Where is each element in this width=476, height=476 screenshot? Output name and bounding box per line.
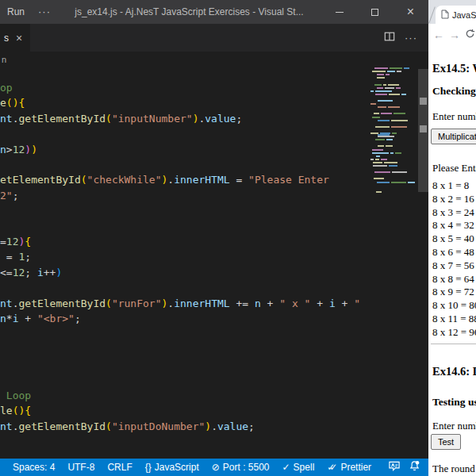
overview-ruler-mark: [420, 98, 427, 105]
mult-row: 8 x 9 = 72: [432, 286, 476, 299]
mult-row: 8 x 6 = 48: [432, 246, 476, 259]
mult-row: 8 x 12 = 96: [432, 326, 476, 340]
browser-window: JavaScript ← → Ex14.5: While Loop Checki…: [428, 0, 476, 476]
code-line: n>12)): [0, 142, 37, 157]
page-heading-ex146: Ex14.6: Do While Loop: [432, 365, 476, 378]
browser-toolbar: ← →: [428, 24, 476, 46]
bell-icon[interactable]: [409, 460, 420, 474]
mult-row: 8 x 1 = 8: [432, 179, 476, 193]
mult-row: 8 x 4 = 32: [432, 219, 476, 232]
page-heading-ex145: Ex14.5: While Loop: [432, 62, 476, 75]
code-line: e(){: [0, 95, 25, 110]
code-line: =12){: [0, 234, 31, 249]
split-editor-icon[interactable]: [384, 31, 395, 45]
code-line: le(){: [0, 403, 31, 418]
status-item-port-5500[interactable]: ⊘Port : 5500: [205, 459, 276, 476]
page-icon: [441, 8, 449, 22]
code-line: = 1;: [0, 249, 31, 264]
browser-tab-title: JavaScript: [452, 10, 476, 20]
page-subheading-checking: Checking number: [432, 85, 476, 98]
overview-ruler-mark: [420, 125, 427, 132]
menu-overflow[interactable]: ···: [32, 0, 57, 24]
status-item-prettier[interactable]: ✓✓Prettier: [321, 459, 378, 476]
mult-row: 8 x 3 = 24: [432, 206, 476, 220]
status-item-spaces-4[interactable]: Spaces: 4: [6, 459, 61, 476]
refresh-icon[interactable]: [465, 29, 475, 41]
status-item-icon: ⊘: [212, 459, 220, 476]
forward-icon[interactable]: →: [449, 29, 460, 40]
status-bar: Spaces: 4UTF-8CRLF{}JavaScript⊘Port : 55…: [0, 459, 428, 476]
breadcrumb[interactable]: n: [0, 52, 428, 67]
divider: [431, 344, 476, 344]
code-line: etElementById("checkWhile").innerHTML = …: [0, 172, 329, 187]
test-button[interactable]: Test: [431, 434, 461, 450]
tab-edge-divider: [428, 6, 435, 23]
code-line: nt.getElementById("inputNumber").value;: [0, 111, 242, 126]
code-line: 2";: [0, 188, 18, 203]
browser-tab[interactable]: JavaScript: [436, 6, 476, 24]
code-line: op: [0, 80, 13, 95]
mult-row: 8 x 2 = 16: [432, 193, 476, 206]
vscode-window: Run ··· js_ex14.js - Aj.NesT JavaScript …: [0, 0, 428, 476]
window-title: js_ex14.js - Aj.NesT JavaScript Exercise…: [57, 6, 321, 17]
browser-tab-strip: JavaScript: [428, 0, 476, 24]
maximize-icon: [371, 9, 378, 16]
code-line: nt.getElementById("runFor").innerHTML +=…: [0, 296, 360, 311]
close-icon: ×: [407, 6, 414, 18]
minimap[interactable]: [370, 67, 418, 459]
status-item-javascript[interactable]: {}JavaScript: [139, 459, 205, 476]
status-item-spell[interactable]: ✓Spell: [276, 459, 321, 476]
close-button[interactable]: ×: [393, 0, 428, 24]
minimize-button[interactable]: [321, 0, 357, 24]
enter-number-label: Enter number: [432, 110, 476, 123]
editor-tab-bar: s × ···: [0, 24, 428, 52]
code-editor[interactable]: ope(){nt.getElementById("inputNumber").v…: [0, 67, 428, 459]
code-line: n*i + "<br>";: [0, 311, 81, 326]
mult-row: 8 x 10 = 80: [432, 299, 476, 313]
enter-number-label-2: Enter number: [432, 420, 476, 432]
title-bar: Run ··· js_ex14.js - Aj.NesT JavaScript …: [0, 0, 428, 24]
status-item-icon: {}: [145, 459, 152, 476]
mult-row: 8 x 8 = 64: [432, 273, 476, 286]
browser-page: Ex14.5: While Loop Checking number Enter…: [428, 46, 476, 476]
mult-row: 8 x 5 = 40: [432, 232, 476, 246]
status-item-icon: ✓: [282, 459, 290, 476]
maximize-button[interactable]: [357, 0, 393, 24]
multiplication-table: 8 x 1 = 88 x 2 = 168 x 3 = 248 x 4 = 328…: [432, 179, 476, 340]
please-enter-label: Please Enter number: [432, 162, 476, 175]
status-item-icon: ✓✓: [327, 459, 332, 476]
editor-more-actions-icon[interactable]: ···: [405, 32, 417, 44]
mult-row: 8 x 7 = 56: [432, 259, 476, 273]
active-file-tab[interactable]: s ×: [0, 24, 30, 52]
code-line: <=12; i++): [0, 265, 62, 280]
menu-run[interactable]: Run: [0, 0, 32, 24]
multiplication-table-button[interactable]: Multiplication Table: [431, 129, 476, 144]
status-item-crlf[interactable]: CRLF: [101, 459, 138, 476]
status-item-utf-8[interactable]: UTF-8: [61, 459, 101, 476]
feedback-icon[interactable]: [388, 460, 401, 474]
mult-row: 8 x 11 = 88: [432, 313, 476, 326]
tab-close-icon[interactable]: ×: [16, 33, 22, 44]
code-line: Loop: [0, 388, 31, 403]
tab-label: s: [4, 33, 9, 44]
editor-scrollbar[interactable]: [418, 67, 428, 459]
page-subheading-testing: Testing using Do While: [432, 396, 476, 409]
footer-text: The round: [432, 463, 475, 475]
minimize-icon: [336, 12, 344, 13]
code-line: nt.getElementById("inputDoNumber").value…: [0, 419, 255, 434]
back-icon[interactable]: ←: [433, 29, 444, 40]
